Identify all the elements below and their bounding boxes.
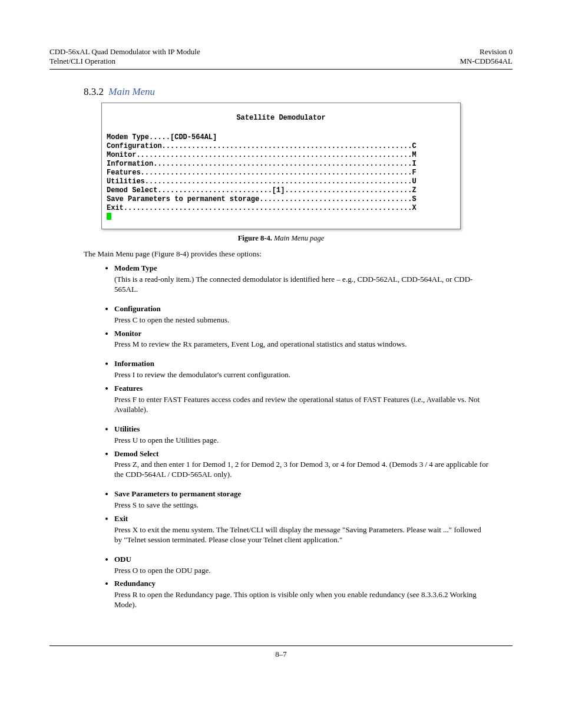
footer-rule <box>49 645 513 646</box>
terminal-line: Modem Type.....[CDD-564AL] <box>107 133 455 142</box>
page-number: 8–7 <box>49 650 513 659</box>
item-label: ODU <box>114 555 131 564</box>
item-label: Demod Select <box>114 449 158 458</box>
intro-paragraph: The Main Menu page (Figure 8-4) provides… <box>84 249 513 259</box>
list-item: MonitorPress M to review the Rx paramete… <box>114 329 513 350</box>
item-desc: Press R to open the Redundancy page. Thi… <box>114 590 489 610</box>
terminal-line: Configuration...........................… <box>107 142 455 151</box>
terminal-line: Save Parameters to permanent storage....… <box>107 195 455 204</box>
header-right-line2: MN-CDD564AL <box>459 57 513 66</box>
figure-caption: Figure 8-4. Main Menu page <box>49 234 513 243</box>
item-desc: (This is a read-only item.) The connecte… <box>114 275 489 295</box>
item-label: Monitor <box>114 329 141 338</box>
header-right-line1: Revision 0 <box>459 47 513 57</box>
item-label: Features <box>114 384 143 393</box>
header-rule <box>49 69 513 70</box>
list-item: Modem Type(This is a read-only item.) Th… <box>114 263 513 295</box>
terminal-line: Demod Select...........................[… <box>107 186 455 195</box>
item-desc: Press Z, and then enter 1 for Demod 1, 2… <box>114 460 489 480</box>
header-left-line1: CDD-56xAL Quad Demodulator with IP Modul… <box>49 47 200 57</box>
terminal-frame: Satellite Demodulator Modem Type.....[CD… <box>101 103 461 229</box>
terminal-line: Monitor.................................… <box>107 151 455 160</box>
options-list: Modem Type(This is a read-only item.) Th… <box>114 263 513 610</box>
item-desc: Press X to exit the menu system. The Tel… <box>114 525 489 545</box>
section-number: 8.3.2 <box>84 86 104 97</box>
terminal-cursor-line <box>107 213 455 223</box>
item-desc: Press C to open the nested submenus. <box>114 315 489 325</box>
terminal-line: Utilities...............................… <box>107 177 455 186</box>
terminal-figure: Satellite Demodulator Modem Type.....[CD… <box>101 103 461 229</box>
list-item: ConfigurationPress C to open the nested … <box>114 304 513 325</box>
item-label: Utilities <box>114 424 140 433</box>
item-label: Information <box>114 359 154 368</box>
item-desc: Press M to review the Rx parameters, Eve… <box>114 340 489 350</box>
page-header: CDD-56xAL Quad Demodulator with IP Modul… <box>49 47 513 67</box>
section-heading: 8.3.2 Main Menu <box>84 86 513 98</box>
list-item: RedundancyPress R to open the Redundancy… <box>114 579 513 610</box>
section-title-text: Main Menu <box>108 86 155 97</box>
terminal-line: Exit....................................… <box>107 204 455 213</box>
item-label: Redundancy <box>114 579 156 588</box>
list-item: Demod SelectPress Z, and then enter 1 fo… <box>114 449 513 480</box>
list-item: ExitPress X to exit the menu system. The… <box>114 514 513 545</box>
list-item: FeaturesPress F to enter FAST Features a… <box>114 384 513 415</box>
item-label: Save Parameters to permanent storage <box>114 489 241 498</box>
list-item: InformationPress I to review the demodul… <box>114 359 513 380</box>
terminal-line: Features................................… <box>107 169 455 177</box>
item-desc: Press I to review the demodulator's curr… <box>114 370 489 380</box>
header-left-line2: Telnet/CLI Operation <box>49 57 200 66</box>
cursor-icon <box>107 213 111 220</box>
figure-caption-text: Main Menu page <box>274 234 324 242</box>
item-label: Configuration <box>114 304 161 313</box>
item-desc: Press F to enter FAST Features access co… <box>114 395 489 415</box>
item-desc: Press O to open the ODU page. <box>114 566 489 576</box>
item-label: Exit <box>114 514 128 523</box>
list-item: Save Parameters to permanent storagePres… <box>114 489 513 510</box>
terminal-line: Information.............................… <box>107 160 455 169</box>
list-item: ODUPress O to open the ODU page. <box>114 555 513 576</box>
list-item: UtilitiesPress U to open the Utilities p… <box>114 424 513 446</box>
item-label: Modem Type <box>114 263 157 272</box>
item-desc: Press U to open the Utilities page. <box>114 436 489 446</box>
terminal-title: Satellite Demodulator <box>107 114 455 123</box>
figure-number: Figure 8-4. <box>238 234 272 242</box>
item-desc: Press S to save the settings. <box>114 500 489 510</box>
